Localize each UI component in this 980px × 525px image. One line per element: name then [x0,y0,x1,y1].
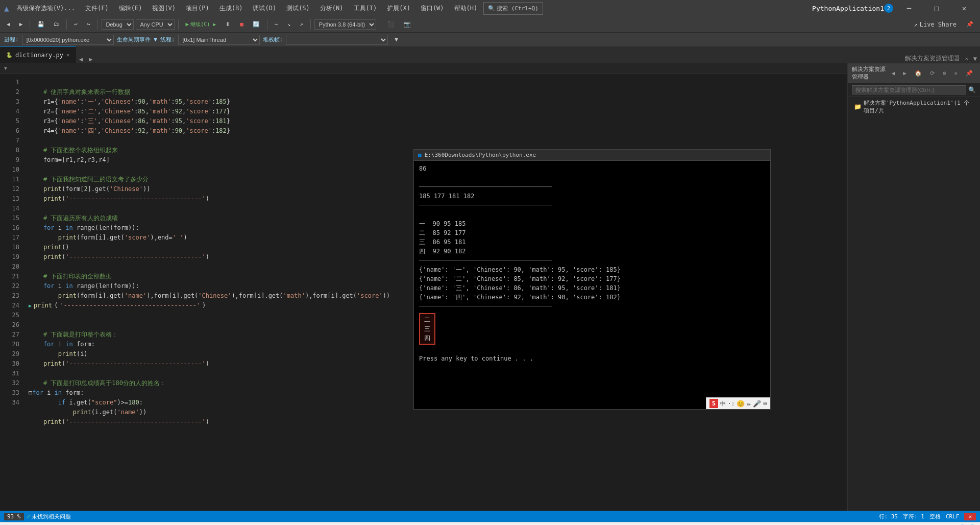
toolbar-stop[interactable]: ■ [236,19,247,29]
panel-more-btn[interactable]: ▼ [970,55,980,62]
continue-button[interactable]: ▶ 继续(C) ▶ [182,19,220,30]
status-left: 93 % ✓ 未找到相关问题 [4,513,879,520]
toolbar-nav-back[interactable]: ◀ [3,19,14,29]
lifecycle-label: 生命周期事件 ▼ [117,36,157,43]
menu-project[interactable]: 项目(P) [182,2,213,15]
status-error-badge[interactable]: ✕ [964,513,976,520]
toolbar-restart[interactable]: 🔄 [249,19,263,29]
zoom-control[interactable]: 93 % [4,513,24,520]
status-col[interactable]: 字符: 1 [903,513,924,520]
status-right: 行: 35 字符: 1 空格 CRLF ✕ [879,513,976,520]
notification-badge[interactable]: 2 [884,4,893,13]
console-body[interactable]: 86 ──────────────────────────────────── … [414,161,770,409]
console-dict-4: {'name': '四', 'Chinese': 92, 'math': 90,… [419,293,765,302]
console-row-1: 一 90 95 185 [419,219,765,228]
solution-tree-root[interactable]: 📁 解决方案'PythonApplication1'(1 个项目/共 [848,97,980,116]
sol-settings-btn[interactable]: ⚙ [940,70,949,77]
console-highlight-2: 二 [424,315,430,324]
status-encoding[interactable]: CRLF [946,513,960,520]
toolbar-save[interactable]: 💾 [34,19,48,29]
menu-file[interactable]: 文件(F) [81,2,113,15]
console-highlight-4: 四 [424,333,430,343]
ime-chinese[interactable]: 中 [720,400,726,408]
ime-emoji[interactable]: 😊 [737,400,745,408]
menu-analyze[interactable]: 分析(N) [316,2,348,15]
sol-pin-btn[interactable]: 📌 [963,70,976,77]
menu-extensions[interactable]: 扩展(X) [383,2,414,15]
toolbar-pin[interactable]: 📌 [963,19,977,29]
console-sep-3: ──────────────────────────────────── [419,256,765,265]
cpu-config-dropdown[interactable]: Any CPU [136,19,175,30]
tab-scroll-left[interactable]: ◀ [76,56,86,63]
main-toolbar: ◀ ▶ 💾 🗂 ↩ ↪ Debug Any CPU ▶ 继续(C) ▶ ⏸ ■ … [0,16,980,33]
menu-bar: 高级保存选项(V)... 文件(F) 编辑(E) 视图(V) 项目(P) 生成(… [12,2,812,15]
status-line[interactable]: 行: 35 [879,513,898,520]
menu-window[interactable]: 窗口(W) [416,2,448,15]
menu-help[interactable]: 帮助(H) [450,2,482,15]
stack-dropdown[interactable] [286,35,388,45]
tab-dictionary-py[interactable]: 🐍 dictionary.py ✕ [0,46,76,63]
menu-edit[interactable]: 编辑(E) [115,2,146,15]
tab-scroll-right[interactable]: ▶ [86,56,95,63]
toolbar-sep-3 [97,19,98,30]
toolbar-breakpoints[interactable]: ⬛ [384,19,398,29]
solution-search-input[interactable] [852,85,966,94]
toolbar-save-all[interactable]: 🗂 [50,19,63,29]
tab-close-btn[interactable]: ✕ [66,52,69,58]
process-dropdown[interactable]: [0x00000d20] python.exe [22,35,114,45]
no-errors-badge[interactable]: ✓ 未找到相关问题 [27,513,71,520]
toolbar-pause[interactable]: ⏸ [222,19,234,29]
menu-build[interactable]: 生成(B) [215,2,247,15]
debug-config-dropdown[interactable]: Debug [102,19,134,30]
toolbar-redo[interactable]: ↪ [83,19,94,29]
menu-tools[interactable]: 工具(T) [350,2,381,15]
toolbar-nav-forward[interactable]: ▶ [16,19,27,29]
toolbar-step-over[interactable]: → [271,19,282,29]
console-panel[interactable]: ■ E:\360Downloads\Python\python.exe 86 ─… [413,149,771,410]
console-row-4: 四 92 90 182 [419,247,765,256]
menu-advanced-save[interactable]: 高级保存选项(V)... [12,2,79,15]
solution-item-label: 解决方案'PythonApplication1'(1 个项目/共 [864,99,974,114]
tab-bar: 🐍 dictionary.py ✕ ◀ ▶ 解决方案资源管理器 ✕ ▼ [0,47,980,63]
sol-home-btn[interactable]: 🏠 [912,70,925,77]
status-spaces[interactable]: 空格 [929,513,941,520]
console-title: E:\360Downloads\Python\python.exe [425,152,536,158]
menu-debug[interactable]: 调试(D) [249,2,280,15]
minimize-button[interactable]: ─ [897,0,921,16]
live-share-button[interactable]: ↗ Live Share [910,20,961,29]
toolbar-step-in[interactable]: ↘ [283,19,294,29]
solution-panel-close[interactable]: ✕ [965,56,968,61]
live-share-icon: ↗ [914,21,918,28]
thread-dropdown[interactable]: [0x1] MainThread [178,35,260,45]
maximize-button[interactable]: □ [925,0,948,16]
search-box[interactable]: 🔍 搜索 (Ctrl+Q) [483,2,543,15]
debug-more-btn[interactable]: ▼ [391,35,402,44]
toolbar-step-out[interactable]: ↗ [296,19,307,29]
sol-close-btn[interactable]: ✕ [951,70,961,77]
main-layout: ▼ 12345 678910 1112131415 1617181920 212… [0,63,980,511]
toolbar-sep-7 [380,19,380,30]
ime-keyboard[interactable]: ⌨ [763,400,767,408]
python-version-dropdown[interactable]: Python 3.8 (64-bit) [314,19,376,30]
console-row-2: 二 85 92 177 [419,228,765,237]
ime-toolbar: S 中 ·: 😊 ✏ 🎤 ⌨ [706,397,770,409]
tab-filename: dictionary.py [15,52,63,59]
solution-search-icon[interactable]: 🔍 [968,86,976,93]
close-button[interactable]: ✕ [952,0,976,16]
sol-forward-btn[interactable]: ▶ [900,70,910,77]
toolbar-sep-6 [310,19,311,30]
editor-minimap [844,74,847,511]
solution-explorer-label: 解决方案资源管理器 [852,65,889,81]
solution-tree-body [848,116,980,511]
toolbar-undo[interactable]: ↩ [70,19,81,29]
menu-test[interactable]: 测试(S) [282,2,314,15]
menu-view[interactable]: 视图(V) [148,2,180,15]
toolbar-screenshot[interactable]: 📷 [400,19,414,29]
sol-back-btn[interactable]: ◀ [889,70,898,77]
ime-mic[interactable]: 🎤 [753,400,761,408]
ime-pen[interactable]: ✏ [747,400,751,408]
search-icon: 🔍 [488,5,495,12]
ime-dots[interactable]: ·: [728,400,734,407]
console-blank-1 [419,173,765,182]
sol-refresh-btn[interactable]: ⟳ [927,70,938,77]
